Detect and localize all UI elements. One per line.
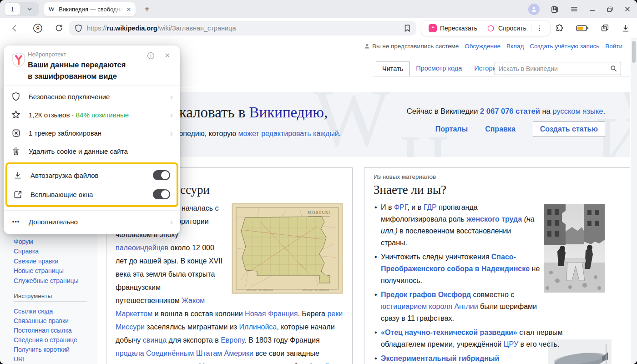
link-discussion[interactable]: Обсуждение — [465, 43, 500, 50]
downloads-icon[interactable] — [622, 24, 630, 33]
secure-connection-row[interactable]: Безопасное подключение › — [4, 87, 180, 106]
retell-button[interactable]: ❝ Пересказать — [424, 24, 482, 32]
inline-link[interactable]: палеоиндейцев — [116, 244, 168, 252]
inline-text: , и в — [407, 203, 423, 211]
dyk-item: Экспериментальный гибридный дирижабль (н… — [374, 353, 512, 364]
inline-link[interactable]: Предок графов Оксфорд — [381, 291, 471, 298]
battery-icon[interactable] — [576, 25, 589, 32]
russian-language-link[interactable]: русском языке — [552, 107, 603, 115]
tracker-blocked-row[interactable]: 1 трекер заблокирован › — [4, 124, 180, 142]
tab-groups-icon[interactable] — [601, 24, 610, 33]
inline-link[interactable]: свинца — [143, 336, 167, 344]
auto-download-toggle-row[interactable]: Автозагрузка файлов — [13, 166, 173, 185]
auto-download-toggle[interactable] — [153, 170, 170, 180]
page-scrollbar[interactable] — [631, 38, 637, 364]
reviews-row[interactable]: 1,2К отзывов · 84% позитивные › — [4, 106, 180, 124]
close-window-button[interactable] — [624, 6, 631, 12]
scrollbar-thumb[interactable] — [632, 41, 636, 63]
ellipsis-icon: ••• — [11, 218, 21, 225]
ai-more-icon[interactable]: ⋮ — [531, 24, 547, 32]
new-tab-button[interactable]: + — [140, 2, 154, 16]
close-icon[interactable]: ✕ — [164, 51, 170, 60]
browser-window: 1 W Википедия — свободная энциклопедия ✕… — [0, 0, 637, 364]
ask-sparkle-icon — [487, 24, 495, 32]
sidebar-item-recent-changes[interactable]: Свежие правки — [14, 257, 79, 266]
link-login[interactable]: Войти — [605, 43, 622, 50]
sidebar-item-what-links-here[interactable]: Ссылки сюда — [14, 307, 83, 316]
inline-link[interactable]: Новая Франция — [245, 310, 298, 318]
browser-tab[interactable]: W Википедия — свободная энциклопедия ✕ — [44, 2, 136, 16]
profile-avatar[interactable] — [528, 4, 540, 15]
ask-button[interactable]: Спросить — [482, 24, 531, 32]
portals-link[interactable]: Порталы — [435, 125, 468, 133]
wikipedia-heading-link[interactable]: Википедию — [249, 104, 324, 121]
inline-text: для экспорта в — [167, 336, 221, 344]
create-article-button[interactable]: Создать статью — [533, 121, 605, 137]
sidebar-item-short-url[interactable]: Получить короткий URL — [14, 345, 83, 364]
missouri-map-image[interactable]: MISSOURI UNIVERSITY OF MICHIGAN UNIVERSI… — [232, 203, 343, 294]
article-count-link[interactable]: 2 067 076 статей — [480, 107, 540, 115]
bookmark-flag-icon[interactable] — [404, 24, 411, 32]
inline-link[interactable]: «Отец научно-технической разведки» — [381, 329, 517, 336]
tab-close-icon[interactable]: ✕ — [126, 6, 131, 13]
address-bar[interactable]: https://ru.wikipedia.org/wiki/Заглавная_… — [69, 21, 416, 35]
yandex-services-icon[interactable]: Я — [33, 23, 43, 33]
sidebar-item-related-changes[interactable]: Связанные правки — [14, 316, 83, 326]
inline-link[interactable]: юстициарием короля Англии — [381, 303, 478, 310]
chevron-right-icon: › — [170, 129, 173, 137]
tab-read[interactable]: Читать — [376, 61, 410, 76]
tab-count-group[interactable]: 1 — [4, 2, 39, 16]
menu-icon[interactable] — [570, 5, 578, 13]
dyk-title: Знаете ли вы? — [374, 183, 621, 197]
info-icon[interactable] — [147, 52, 155, 61]
extensions-puzzle-icon[interactable] — [555, 24, 564, 33]
wiki-search-input[interactable] — [499, 65, 610, 72]
chevron-right-icon: › — [170, 217, 173, 226]
chevron-down-icon[interactable] — [20, 6, 39, 12]
popups-toggle[interactable] — [153, 189, 170, 199]
sidebar-tools: Ссылки сюда Связанные правки Постоянная … — [14, 307, 83, 364]
back-button[interactable] — [10, 24, 19, 33]
shield-icon — [11, 92, 21, 101]
postwar-women-photo[interactable] — [544, 204, 605, 293]
tab-count-badge[interactable]: 1 — [5, 3, 20, 15]
more-options-row[interactable]: ••• Дополнительно › — [4, 212, 180, 231]
bookmarks-panel-icon[interactable] — [551, 5, 559, 14]
inline-link[interactable]: женского труда — [466, 215, 522, 223]
inline-link[interactable]: Иллинойса — [239, 323, 277, 331]
sidebar-item-new-pages[interactable]: Новые страницы — [14, 266, 79, 276]
sidebar-item-forum[interactable]: Форум — [14, 237, 79, 247]
sidebar-item-help[interactable]: Справка — [14, 247, 79, 256]
watermark-letter: W — [313, 92, 390, 157]
delete-cookies-row[interactable]: Удалить cookie и данные сайта — [4, 142, 180, 160]
anyone-can-edit-link[interactable]: может редактировать каждый — [238, 130, 339, 137]
inline-text: в его честь. — [518, 340, 559, 348]
inline-link[interactable]: ЦРУ — [504, 340, 518, 348]
page-tabs: Читать Просмотр кода История — [376, 61, 506, 76]
inline-link[interactable]: ГДР — [424, 203, 437, 211]
protect-popup: Нейропротект Ваши данные передаютсяв заш… — [4, 46, 180, 234]
chevron-right-icon: › — [170, 92, 173, 101]
link-contributions[interactable]: Вклад — [506, 43, 524, 50]
help-link[interactable]: Справка — [485, 125, 516, 133]
inline-link[interactable]: Европу — [221, 336, 244, 344]
ask-label: Спросить — [498, 25, 526, 32]
protect-shield-icon[interactable] — [75, 24, 82, 32]
link-create-account[interactable]: Создать учётную запись — [530, 43, 599, 50]
sidebar-item-permanent-link[interactable]: Постоянная ссылка — [14, 326, 83, 335]
svg-text:UNIVERSITY OF MICHIGAN: UNIVERSITY OF MICHIGAN — [303, 289, 329, 291]
reload-button[interactable] — [55, 24, 63, 32]
sidebar-item-page-info[interactable]: Сведения о странице — [14, 335, 83, 345]
popups-toggle-row[interactable]: Всплывающие окна — [13, 185, 173, 204]
banner-actions: Порталы Справка Создать статью — [435, 121, 605, 137]
wiki-search-box[interactable] — [495, 62, 621, 75]
inline-link[interactable]: ФРГ — [394, 203, 408, 211]
sidebar-item-special-pages[interactable]: Служебные страницы — [14, 276, 79, 286]
maximize-button[interactable] — [607, 6, 613, 13]
inline-link[interactable]: Экспериментальный гибридный дирижабль — [381, 354, 499, 364]
inline-text: Уничтожить следы уничтожения — [381, 253, 491, 261]
search-icon[interactable] — [610, 65, 617, 72]
tab-view-source[interactable]: Просмотр кода — [410, 61, 468, 76]
inline-link[interactable]: продала Соединённым Штатам Америки — [116, 349, 253, 357]
minimize-button[interactable] — [589, 6, 596, 12]
